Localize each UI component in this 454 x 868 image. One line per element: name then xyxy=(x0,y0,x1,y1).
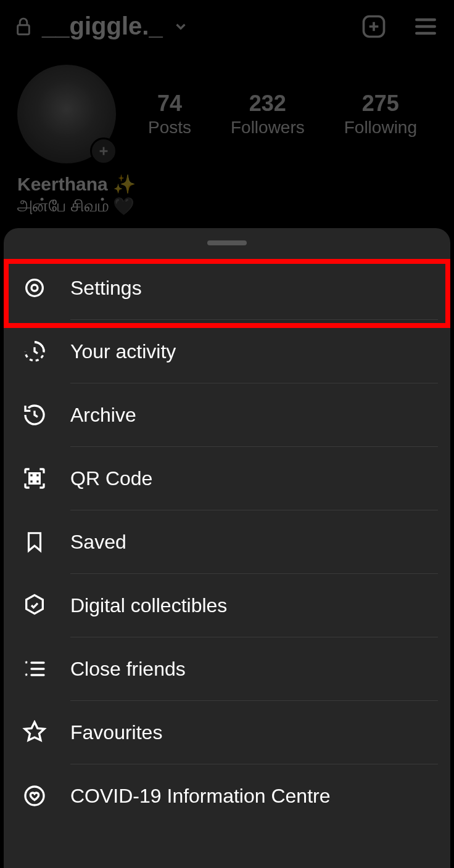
menu-label-collectibles: Digital collectibles xyxy=(70,594,433,617)
svg-rect-7 xyxy=(36,480,40,484)
menu-item-covid[interactable]: COVID-19 Information Centre xyxy=(4,764,450,827)
bio-text-line: அன்பே சிவம் xyxy=(17,196,109,216)
menu-label-settings: Settings xyxy=(70,277,433,300)
stat-following-label: Following xyxy=(344,118,417,137)
menu-label-covid: COVID-19 Information Centre xyxy=(70,785,433,808)
heart-icon: 🖤 xyxy=(113,196,134,216)
menu-item-closefriends[interactable]: Close friends xyxy=(4,637,450,700)
avatar[interactable] xyxy=(17,65,116,163)
stat-posts[interactable]: 74 Posts xyxy=(148,91,191,137)
username-label[interactable]: __giggle._ xyxy=(42,12,163,40)
menu-item-activity[interactable]: Your activity xyxy=(4,320,450,383)
menu-label-activity: Your activity xyxy=(70,340,433,363)
bio-display-name: Keerthana xyxy=(17,174,108,195)
svg-point-2 xyxy=(27,280,43,297)
stat-following-count: 275 xyxy=(344,91,417,117)
profile-header: __giggle._ xyxy=(0,0,454,52)
menu-label-saved: Saved xyxy=(70,531,433,554)
close-friends-list-icon xyxy=(21,655,48,682)
svg-rect-4 xyxy=(30,473,34,478)
profile-stats-row: 74 Posts 232 Followers 275 Following xyxy=(0,52,454,163)
lock-icon xyxy=(15,16,32,37)
stat-followers-count: 232 xyxy=(231,91,305,117)
create-icon[interactable] xyxy=(360,13,387,40)
hamburger-menu-icon[interactable] xyxy=(412,13,439,40)
menu-label-qrcode: QR Code xyxy=(70,467,433,490)
bookmark-icon xyxy=(21,528,48,555)
sheet-grabber[interactable] xyxy=(207,240,247,245)
star-icon xyxy=(21,719,48,746)
menu-item-archive[interactable]: Archive xyxy=(4,383,450,446)
stat-following[interactable]: 275 Following xyxy=(344,91,417,137)
chevron-down-icon[interactable] xyxy=(173,18,189,35)
menu-list: Settings Your activity Arc xyxy=(4,256,450,827)
stat-followers-label: Followers xyxy=(231,118,305,137)
svg-point-8 xyxy=(25,787,44,805)
menu-label-archive: Archive xyxy=(70,404,433,427)
menu-label-closefriends: Close friends xyxy=(70,658,433,681)
menu-bottom-sheet: Settings Your activity Arc xyxy=(4,228,450,868)
profile-bio: Keerthana ✨ அன்பே சிவம் 🖤 xyxy=(0,163,454,216)
menu-item-favourites[interactable]: Favourites xyxy=(4,701,450,764)
svg-rect-5 xyxy=(36,473,40,478)
archive-clock-icon xyxy=(21,401,48,428)
heart-circle-icon xyxy=(21,782,48,809)
menu-item-qrcode[interactable]: QR Code xyxy=(4,447,450,510)
menu-item-saved[interactable]: Saved xyxy=(4,510,450,573)
menu-label-favourites: Favourites xyxy=(70,721,433,744)
menu-item-collectibles[interactable]: Digital collectibles xyxy=(4,574,450,637)
svg-rect-6 xyxy=(30,480,34,484)
menu-item-settings[interactable]: Settings xyxy=(4,256,450,319)
activity-clock-icon xyxy=(21,338,48,365)
sparkle-icon: ✨ xyxy=(113,173,136,195)
stat-followers[interactable]: 232 Followers xyxy=(231,91,305,137)
gear-icon xyxy=(21,274,48,301)
svg-point-3 xyxy=(31,285,38,291)
add-story-icon[interactable] xyxy=(90,137,117,165)
qrcode-icon xyxy=(21,465,48,492)
stat-posts-label: Posts xyxy=(148,118,191,137)
stat-posts-count: 74 xyxy=(148,91,191,117)
svg-rect-0 xyxy=(18,25,30,34)
hexagon-check-icon xyxy=(21,592,48,619)
